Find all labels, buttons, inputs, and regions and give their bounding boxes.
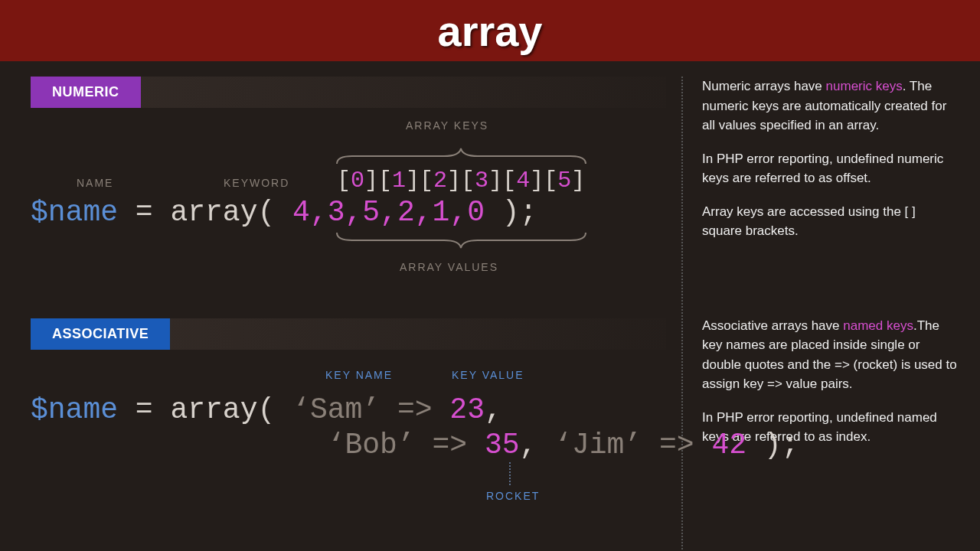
numeric-badge: NUMERIC	[31, 77, 141, 108]
numeric-code: $name = array( 4,3,5,2,1,0 );	[31, 196, 537, 229]
brace-top-icon	[333, 147, 590, 164]
label-key-name: KEY NAME	[325, 369, 393, 381]
sidebar-gap	[702, 255, 957, 316]
numeric-block: ARRAY KEYS NAME KEYWORD [0][1][2][3][4][…	[31, 119, 666, 318]
assoc-code-line1: $name = array( ‘Sam’ => 23,	[31, 393, 502, 426]
label-array-values: ARRAY VALUES	[400, 261, 498, 273]
rocket-line-icon	[509, 462, 511, 485]
assoc-badge: ASSOCIATIVE	[31, 318, 170, 350]
sidebar-assoc-p1: Associative arrays have named keys.The k…	[702, 316, 957, 394]
main-column: NUMERIC ARRAY KEYS NAME KEYWORD [0][1][2…	[31, 77, 666, 551]
assoc-block: KEY NAME KEY VALUE $name = array( ‘Sam’ …	[31, 361, 666, 551]
brace-bottom-icon	[333, 233, 590, 249]
page-title: array	[437, 6, 542, 56]
header-fade	[170, 318, 666, 350]
sidebar-numeric-p3: Array keys are accessed using the [ ] sq…	[702, 202, 957, 241]
numeric-keys-line: [0][1][2][3][4][5]	[337, 168, 585, 194]
numeric-header: NUMERIC	[31, 77, 666, 108]
sidebar-numeric-p1: Numeric arrays have numeric keys. The nu…	[702, 77, 957, 135]
sidebar-numeric-p2: In PHP error reporting, undefined numeri…	[702, 149, 957, 188]
sidebar: Numeric arrays have numeric keys. The nu…	[681, 77, 957, 551]
label-array-keys: ARRAY KEYS	[406, 119, 488, 132]
header-fade	[141, 77, 667, 108]
page-header: array	[0, 0, 980, 61]
label-key-value: KEY VALUE	[452, 369, 524, 381]
content: NUMERIC ARRAY KEYS NAME KEYWORD [0][1][2…	[0, 61, 980, 551]
assoc-code-line2: ‘Bob’ => 35, ‘Jim’ => 42 );	[31, 429, 799, 461]
assoc-header: ASSOCIATIVE	[31, 318, 666, 350]
label-keyword: KEYWORD	[224, 177, 289, 189]
label-rocket: ROCKET	[486, 490, 540, 502]
label-name: NAME	[77, 177, 113, 189]
